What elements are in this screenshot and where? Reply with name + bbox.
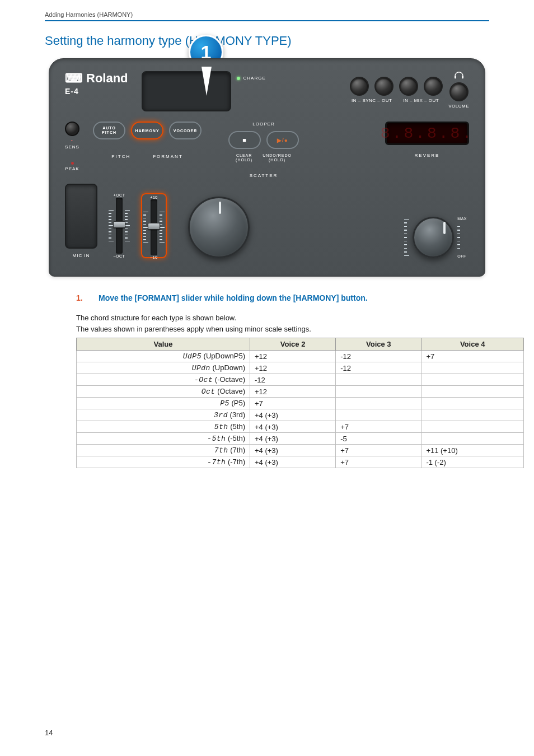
volume-jack xyxy=(449,82,469,101)
charge-label: CHARGE xyxy=(243,76,266,81)
peak-label: PEAK xyxy=(65,166,79,171)
mix-out-jack xyxy=(424,77,443,96)
formant-top-label: +10 xyxy=(150,195,157,199)
clear-hold-label: CLEAR (HOLD) xyxy=(236,153,252,163)
sync-in-jack xyxy=(350,77,369,96)
sens-jack xyxy=(65,122,79,136)
reverb-max-label: MAX xyxy=(457,217,467,221)
looper-title: LOOPER xyxy=(252,122,274,127)
sync-jack-group: IN – SYNC – OUT xyxy=(350,77,394,103)
pitch-slider[interactable]: +OCT –OCT xyxy=(106,193,132,258)
sens-label: SENS xyxy=(65,144,79,150)
svg-rect-0 xyxy=(455,76,456,78)
peak-led xyxy=(71,162,74,165)
brand-block: ⌨ Roland E-4 xyxy=(65,71,128,96)
table-row: P5 (P5)+7 xyxy=(77,398,524,409)
th-voice2: Voice 2 xyxy=(250,338,336,351)
svg-rect-1 xyxy=(462,76,463,78)
section-title: Setting the harmony type (HARMONY TYPE) xyxy=(45,34,489,48)
model-name: E-4 xyxy=(65,87,128,96)
stop-icon: ■ xyxy=(242,137,247,143)
mic-in-pad xyxy=(65,184,97,249)
reverb-off-label: OFF xyxy=(457,254,467,258)
table-row: UPdn (UpDown)+12-12 xyxy=(77,362,524,374)
body-line-1: The chord structure for each type is sho… xyxy=(76,312,489,324)
harmony-button[interactable]: HARMONY xyxy=(131,122,163,139)
playrec-icon: ▶/● xyxy=(277,137,288,143)
brand-name: Roland xyxy=(86,71,128,86)
mic-in-label: MIC IN xyxy=(73,253,90,258)
brand-icon: ⌨ xyxy=(65,71,83,86)
table-row: -Oct (-Octave)-12 xyxy=(77,374,524,386)
table-row: 5th (5th)+4 (+3)+7 xyxy=(77,421,524,433)
volume-label: VOLUME xyxy=(448,104,469,109)
harmony-type-table: Value Voice 2 Voice 3 Voice 4 UdP5 (UpDo… xyxy=(76,338,524,468)
formant-bottom-label: –10 xyxy=(150,255,157,259)
table-row: 7th (7th)+4 (+3)+7+11 (+10) xyxy=(77,445,524,456)
callout-tail xyxy=(203,68,210,94)
sens-block: • SENS PEAK xyxy=(65,122,79,178)
seven-segment-display: 8.8.8.8. xyxy=(385,122,469,145)
pitch-slider-thumb[interactable] xyxy=(113,221,125,228)
looper-stop-button[interactable]: ■ xyxy=(228,131,261,149)
auto-pitch-button[interactable]: AUTO PITCH xyxy=(93,122,125,139)
table-row: -5th (-5th)+4 (+3)-5 xyxy=(77,433,524,445)
pitch-bottom-label: –OCT xyxy=(114,254,125,258)
formant-slider-label: FORMANT xyxy=(153,154,183,159)
undo-hold-label: UNDO/REDO (HOLD) xyxy=(263,153,292,163)
th-voice4: Voice 4 xyxy=(421,338,524,351)
pitch-top-label: +OCT xyxy=(114,193,125,197)
volume-jack-group: VOLUME xyxy=(448,71,469,109)
step-1: 1. Move the [FORMANT] slider while holdi… xyxy=(76,293,489,302)
slider-ticks-right xyxy=(125,210,130,242)
reverb-knob[interactable] xyxy=(413,217,454,258)
vocoder-button[interactable]: VOCODER xyxy=(169,122,202,139)
step-text: Move the [FORMANT] slider while holding … xyxy=(99,293,368,302)
body-line-2: The values shown in parentheses apply wh… xyxy=(76,324,489,335)
sync-label: IN – SYNC – OUT xyxy=(352,98,392,103)
scatter-knob[interactable] xyxy=(188,197,250,258)
sync-out-jack xyxy=(374,77,394,96)
breadcrumb: Adding Harmonies (HARMONY) xyxy=(45,11,489,21)
mix-label: IN – MIX – OUT xyxy=(403,98,439,103)
device-figure: 1 ⌨ Roland E-4 CHARGE xyxy=(49,58,485,277)
th-voice3: Voice 3 xyxy=(336,338,421,351)
mix-jack-group: IN – MIX – OUT xyxy=(399,77,443,103)
device-body: ⌨ Roland E-4 CHARGE IN – SYNC – OUT xyxy=(49,58,485,277)
table-row: UdP5 (UpDownP5)+12-12+7 xyxy=(77,351,524,362)
page-number: 14 xyxy=(45,729,53,737)
step-number: 1. xyxy=(76,293,86,302)
formant-slider-thumb[interactable] xyxy=(148,223,160,230)
pitch-slider-label: PITCH xyxy=(111,154,130,159)
reverb-label: REVERB xyxy=(415,153,440,158)
table-row: Oct (Octave)+12 xyxy=(77,386,524,398)
charge-led xyxy=(237,77,240,80)
headphone-icon xyxy=(454,71,464,79)
scatter-label: SCATTER xyxy=(250,173,278,178)
formant-slider[interactable]: +10 –10 xyxy=(141,193,167,258)
table-row: -7th (-7th)+4 (+3)+7-1 (-2) xyxy=(77,456,524,468)
th-value: Value xyxy=(77,338,250,351)
table-row: 3rd (3rd)+4 (+3) xyxy=(77,409,524,421)
mix-in-jack xyxy=(399,77,418,96)
looper-playrec-button[interactable]: ▶/● xyxy=(266,131,299,149)
lcd-screen xyxy=(142,71,231,111)
